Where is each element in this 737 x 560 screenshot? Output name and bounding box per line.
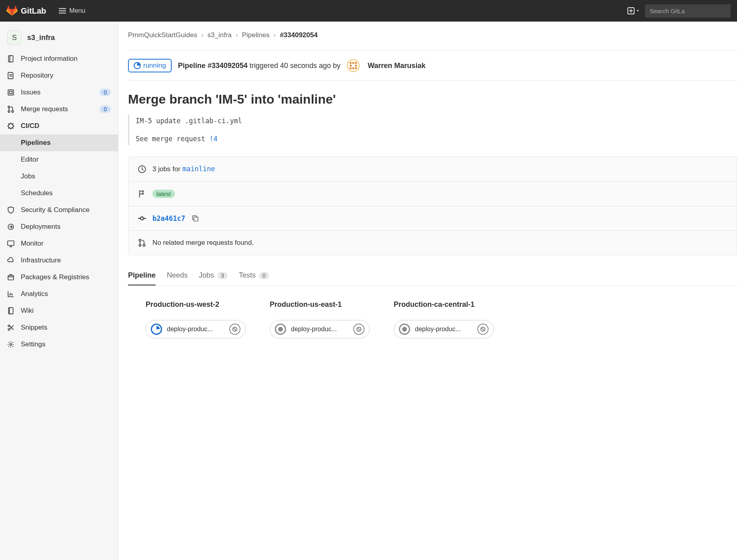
sidebar-item-label: Wiki xyxy=(21,307,111,315)
pipeline-header: running Pipeline #334092054 triggered 40… xyxy=(128,51,737,81)
sidebar-item-label: Merge requests xyxy=(21,105,93,113)
pipeline-stages: Production-us-west-2 deploy-produc... Pr… xyxy=(128,300,737,338)
sidebar-item-project-info[interactable]: Project information xyxy=(0,50,118,67)
svg-rect-39 xyxy=(352,67,354,69)
mr-link[interactable]: !4 xyxy=(209,135,217,143)
job-cancel-button[interactable] xyxy=(229,324,240,335)
merge-icon xyxy=(7,106,14,113)
gitlab-icon xyxy=(6,5,18,16)
merge-request-icon xyxy=(138,239,146,247)
pipeline-trigger-text: Pipeline #334092054 triggered 40 seconds… xyxy=(178,62,340,70)
job-pill[interactable]: deploy-produc... xyxy=(270,320,370,338)
sidebar-item-issues[interactable]: Issues 0 xyxy=(0,84,118,101)
sidebar-item-infrastructure[interactable]: Infrastructure xyxy=(0,252,118,269)
tab-needs[interactable]: Needs xyxy=(167,266,188,286)
sidebar-item-label: Packages & Registries xyxy=(21,273,111,281)
subnav-pipelines[interactable]: Pipelines xyxy=(0,134,118,151)
sidebar-item-deployments[interactable]: Deployments xyxy=(0,218,118,235)
subnav-schedules[interactable]: Schedules xyxy=(0,185,118,202)
status-text: running xyxy=(143,62,166,70)
stage-name: Production-us-east-1 xyxy=(270,300,378,309)
flag-icon xyxy=(138,190,146,198)
breadcrumb-item[interactable]: PmmQuickStartGuides xyxy=(128,31,197,39)
rocket-icon xyxy=(7,223,14,230)
svg-line-50 xyxy=(234,328,236,331)
breadcrumb-current: #334092054 xyxy=(280,31,318,39)
status-badge-running[interactable]: running xyxy=(128,59,172,72)
author-name[interactable]: Warren Marusiak xyxy=(368,62,425,70)
sidebar-item-snippets[interactable]: Snippets xyxy=(0,319,118,336)
pipeline-id: Pipeline #334092054 xyxy=(178,62,248,70)
cancel-icon xyxy=(480,326,486,332)
svg-rect-35 xyxy=(355,62,356,64)
svg-rect-2 xyxy=(59,13,66,14)
branch-link[interactable]: mainline xyxy=(182,165,215,173)
sidebar-item-label: CI/CD xyxy=(21,122,111,130)
subnav-jobs[interactable]: Jobs xyxy=(0,168,118,185)
project-header[interactable]: S s3_infra xyxy=(0,25,118,50)
job-cancel-button[interactable] xyxy=(353,324,364,335)
stage-name: Production-us-west-2 xyxy=(146,300,254,309)
stage-column: Production-ca-central-1 deploy-produc... xyxy=(394,300,502,338)
svg-rect-36 xyxy=(350,65,351,66)
svg-line-54 xyxy=(482,328,485,331)
svg-point-13 xyxy=(8,110,10,112)
job-pill[interactable]: deploy-produc... xyxy=(146,320,246,338)
pipeline-triggered: triggered 40 seconds ago by xyxy=(248,62,340,70)
breadcrumb-item[interactable]: s3_infra xyxy=(208,31,232,39)
svg-point-14 xyxy=(12,110,14,112)
svg-point-47 xyxy=(139,244,141,246)
sidebar-item-merge-requests[interactable]: Merge requests 0 xyxy=(0,101,118,118)
repository-icon xyxy=(7,72,14,79)
tabs: Pipeline Needs Jobs 3 Tests 0 xyxy=(128,266,737,286)
menu-toggle[interactable]: Menu xyxy=(59,7,85,14)
running-icon xyxy=(134,62,141,69)
sidebar-item-cicd[interactable]: CI/CD xyxy=(0,118,118,134)
author-avatar[interactable] xyxy=(347,59,360,72)
sidebar-item-monitor[interactable]: Monitor xyxy=(0,235,118,252)
search-input[interactable] xyxy=(645,4,731,18)
sidebar-item-repository[interactable]: Repository xyxy=(0,67,118,84)
issues-badge: 0 xyxy=(100,89,111,96)
tab-pipeline[interactable]: Pipeline xyxy=(128,266,156,286)
gitlab-logo[interactable]: GitLab xyxy=(6,5,46,16)
svg-rect-1 xyxy=(59,10,66,11)
sidebar-item-label: Snippets xyxy=(21,324,111,332)
brand-text: GitLab xyxy=(21,6,46,16)
sidebar-item-wiki[interactable]: Wiki xyxy=(0,302,118,319)
subnav-editor[interactable]: Editor xyxy=(0,151,118,168)
svg-line-52 xyxy=(358,328,360,331)
copy-icon[interactable] xyxy=(192,215,199,222)
sidebar-item-label: Issues xyxy=(21,88,93,96)
clock-icon xyxy=(138,165,146,173)
breadcrumb-item[interactable]: Pipelines xyxy=(242,31,270,39)
sidebar-item-packages[interactable]: Packages & Registries xyxy=(0,269,118,286)
svg-rect-40 xyxy=(355,67,356,69)
job-cancel-button[interactable] xyxy=(477,324,489,335)
sidebar-item-settings[interactable]: Settings xyxy=(0,336,118,348)
sidebar-item-security[interactable]: Security & Compliance xyxy=(0,202,118,218)
job-name: deploy-produc... xyxy=(291,326,348,333)
analytics-icon xyxy=(7,290,14,298)
tab-jobs[interactable]: Jobs 3 xyxy=(199,266,228,286)
info-row-tag: latest xyxy=(128,182,737,206)
sha-link[interactable]: b2a461c7 xyxy=(152,214,185,222)
mr-none-text: No related merge requests found. xyxy=(152,239,254,247)
job-status-manual-icon xyxy=(275,324,286,335)
jobs-count-text: 3 jobs for xyxy=(152,165,182,173)
sidebar-item-analytics[interactable]: Analytics xyxy=(0,286,118,302)
cancel-icon xyxy=(232,326,238,332)
svg-rect-19 xyxy=(8,276,14,280)
job-pill[interactable]: deploy-produc... xyxy=(394,320,494,338)
svg-rect-37 xyxy=(355,65,356,66)
sidebar-item-label: Security & Compliance xyxy=(21,206,111,214)
cloud-icon xyxy=(7,257,14,264)
tab-tests[interactable]: Tests 0 xyxy=(239,266,269,286)
plus-square-icon xyxy=(627,7,635,14)
tab-label: Jobs xyxy=(199,271,214,280)
svg-rect-6 xyxy=(8,56,13,62)
package-icon xyxy=(7,274,14,281)
sidebar-item-label: Repository xyxy=(21,72,111,80)
svg-point-48 xyxy=(143,244,145,246)
new-dropdown[interactable] xyxy=(627,7,640,14)
